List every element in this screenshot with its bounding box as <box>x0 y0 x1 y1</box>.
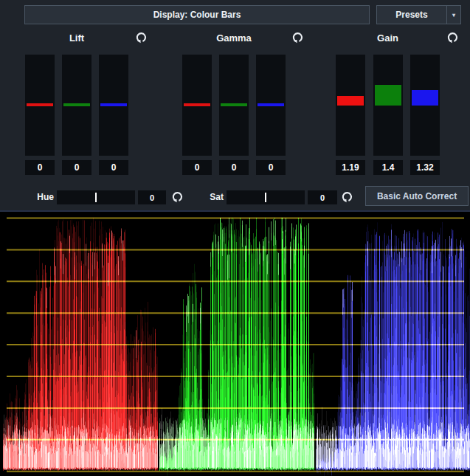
slider-handle[interactable] <box>63 103 90 106</box>
gain-red-value[interactable]: 1.19 <box>336 160 365 175</box>
sat-slider-thumb[interactable] <box>265 193 266 202</box>
hue-value[interactable]: 0 <box>138 190 166 204</box>
sat-label: Sat <box>199 190 224 204</box>
slider-handle[interactable] <box>100 103 127 106</box>
scope-top-border <box>0 210 470 212</box>
sat-slider[interactable] <box>227 190 305 204</box>
slider-handle[interactable] <box>27 103 53 106</box>
slider-handle[interactable] <box>184 103 210 106</box>
lift-green-slider[interactable] <box>62 55 91 156</box>
slider-handle[interactable] <box>375 85 401 106</box>
reset-icon <box>170 190 184 204</box>
display-selector-button[interactable]: Display: Colour Bars <box>24 5 370 24</box>
slider-handle[interactable] <box>258 103 284 106</box>
gamma-green-slider[interactable] <box>219 55 249 156</box>
waveform-scope <box>0 210 470 476</box>
reset-icon <box>134 31 148 45</box>
hue-slider-thumb[interactable] <box>95 193 97 202</box>
gain-blue-slider[interactable] <box>410 55 440 156</box>
hue-label: Hue <box>22 190 54 204</box>
presets-label: Presets <box>377 10 446 20</box>
lift-green-value[interactable]: 0 <box>62 160 91 175</box>
sat-value[interactable]: 0 <box>308 190 337 204</box>
hue-reset-button[interactable] <box>170 190 184 204</box>
gain-green-slider[interactable] <box>373 55 403 156</box>
color-adjust-panel: Display: Colour Bars Presets ▾ Lift Gamm… <box>0 0 470 476</box>
gamma-red-value[interactable]: 0 <box>182 160 212 175</box>
sat-reset-button[interactable] <box>339 190 354 204</box>
gamma-blue-value[interactable]: 0 <box>256 160 286 175</box>
reset-icon <box>291 31 304 45</box>
rgb-parade-canvas <box>0 210 470 476</box>
lift-red-value[interactable]: 0 <box>25 160 55 175</box>
gain-section-label: Gain <box>336 32 440 44</box>
slider-handle[interactable] <box>412 90 438 106</box>
gamma-reset-button[interactable] <box>290 30 305 45</box>
lift-red-slider[interactable] <box>25 55 55 156</box>
presets-dropdown-arrow[interactable]: ▾ <box>446 6 460 24</box>
lift-blue-slider[interactable] <box>99 55 128 156</box>
gain-blue-value[interactable]: 1.32 <box>410 160 440 175</box>
gain-green-value[interactable]: 1.4 <box>373 160 403 175</box>
gamma-red-slider[interactable] <box>182 55 212 156</box>
slider-handle[interactable] <box>221 103 247 106</box>
gamma-green-value[interactable]: 0 <box>219 160 249 175</box>
gamma-blue-slider[interactable] <box>256 55 286 156</box>
lift-section-label: Lift <box>25 32 128 44</box>
reset-icon <box>446 31 459 45</box>
gamma-section-label: Gamma <box>182 32 286 44</box>
basic-auto-correct-button[interactable]: Basic Auto Correct <box>365 186 469 206</box>
slider-handle[interactable] <box>337 96 364 106</box>
lift-reset-button[interactable] <box>134 30 148 45</box>
presets-button[interactable]: Presets ▾ <box>376 5 461 24</box>
lift-blue-value[interactable]: 0 <box>99 160 128 175</box>
hue-slider[interactable] <box>57 190 135 204</box>
gain-reset-button[interactable] <box>445 30 460 45</box>
gain-red-slider[interactable] <box>336 55 365 156</box>
reset-icon <box>340 190 353 204</box>
